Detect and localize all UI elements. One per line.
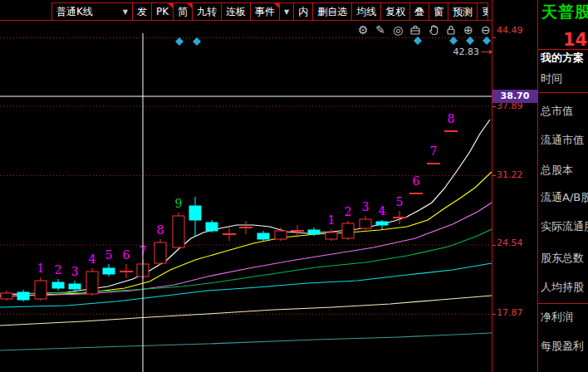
toolbar-item-3[interactable]: 简 (174, 3, 193, 20)
seq-number: 4 (89, 252, 96, 266)
toolbar-item-label: PK (156, 6, 169, 17)
panel-row-label: 人均持股 (541, 281, 584, 294)
event-diamond (466, 37, 474, 45)
candle-body (52, 282, 64, 288)
projection-number: 7 (430, 144, 438, 158)
chart-tool-icons: ⚙✎◎⊕⊖ (355, 22, 493, 37)
axis-price-label: 31.22 (497, 170, 523, 180)
toolbar-item-12[interactable]: 叠 (410, 3, 429, 20)
toolbar-item-11[interactable]: 复权 (381, 3, 410, 20)
toolbar-item-label: 事件 (255, 5, 275, 19)
corner-badge (168, 3, 173, 8)
briefcase-icon[interactable] (408, 24, 423, 36)
stock-trading-app: 12345678912345678 普通K线▼发PK简九转连板事件▼内删自选均线… (0, 0, 588, 372)
toolbar-item-label: 复权 (385, 5, 405, 19)
seq-number: 5 (105, 248, 113, 262)
toolbar-item-label: 普通K线 (56, 5, 93, 19)
seq-number: 5 (396, 195, 404, 208)
eye-icon[interactable]: ◎ (390, 23, 405, 37)
axis-tick (492, 314, 496, 315)
hand-icon[interactable] (426, 24, 441, 36)
panel-row-label: 每股盈利 (541, 340, 584, 353)
toolbar-item-label: 发 (137, 5, 147, 19)
ma-magenta (0, 203, 492, 296)
seq-number: 3 (71, 265, 79, 278)
candle-body (103, 268, 115, 274)
ma-pale (0, 296, 492, 326)
toolbar-item-label: 窗 (434, 5, 443, 19)
toolbar-item-2[interactable]: PK (152, 3, 174, 20)
candle-body (257, 233, 269, 239)
toolbar-item-14[interactable]: 预测 (448, 3, 478, 20)
zoom-in-icon[interactable]: ⊕ (461, 23, 476, 37)
chevron-down-icon: ▼ (123, 8, 128, 16)
axis-price-label: 17.87 (497, 308, 523, 318)
gear-icon[interactable]: ⚙ (355, 23, 370, 37)
projection-number: 6 (413, 174, 420, 188)
toolbar-item-label: 内 (298, 5, 308, 19)
panel-separator (538, 92, 588, 93)
toolbar-item-15[interactable]: 更多 (478, 3, 488, 20)
zoom-out-icon[interactable]: ⊖ (478, 23, 493, 37)
pen-icon[interactable]: ✎ (373, 23, 388, 37)
toolbar-item-4[interactable]: 九转 (193, 3, 222, 20)
stock-name: 天普股 (541, 2, 588, 23)
lock-icon[interactable] (443, 24, 458, 36)
axis-tick (492, 175, 496, 176)
toolbar-item-label: ▼ (284, 8, 289, 16)
toolbar-item-6[interactable]: 事件 (251, 3, 280, 20)
toolbar-item-5[interactable]: 连板 (222, 3, 251, 20)
seq-number: 3 (362, 200, 370, 213)
toolbar-item-label: 九转 (197, 5, 217, 19)
candle-body (376, 222, 388, 225)
info-panel: 天普股 14 我的方案 时间总市值流通市值总股本流通A/B股实际流通股股东总数人… (537, 0, 588, 372)
event-diamond (414, 37, 422, 45)
seq-number: 2 (55, 263, 62, 277)
candle-body (17, 292, 29, 300)
projection-number: 8 (448, 112, 455, 125)
candle-body (275, 231, 287, 239)
toolbar-item-9[interactable]: 删自选 (313, 3, 352, 20)
candle-body (326, 232, 337, 239)
panel-row-label: 净利润 (541, 311, 573, 324)
candle-body (154, 242, 166, 263)
tab-my-plan[interactable]: 我的方案 (541, 51, 584, 66)
seq-number: 9 (175, 197, 183, 210)
seq-number: 6 (123, 248, 130, 262)
axis-price-label: 44.49 (497, 26, 523, 36)
crosshair-price-label: 38.70 (492, 90, 537, 103)
toolbar-item-7[interactable]: ▼ (280, 3, 294, 20)
ma-teal (0, 333, 492, 350)
seq-number: 4 (379, 204, 386, 218)
price-axis: 44.4937.8931.2224.5417.87 (492, 0, 537, 372)
candle-body (342, 223, 354, 238)
corner-badge (274, 3, 279, 8)
panel-row-label: 股东总数 (541, 252, 584, 265)
toolbar-item-label: 删自选 (317, 5, 347, 19)
stock-price: 14 (563, 30, 587, 50)
seq-number: 1 (37, 262, 45, 275)
toolbar-item-13[interactable]: 窗 (429, 3, 448, 20)
toolbar-item-1[interactable]: 发 (133, 3, 152, 20)
toolbar-item-0[interactable]: 普通K线▼ (52, 3, 133, 20)
axis-tick (492, 37, 496, 38)
candle-body (189, 206, 201, 220)
toolbar-item-10[interactable]: 均线 (352, 3, 381, 20)
toolbar-item-label: 更多 (482, 5, 488, 19)
seq-number: 8 (157, 223, 164, 237)
axis-price-label: 24.54 (497, 238, 523, 248)
candle-body (173, 216, 184, 247)
candle-body (35, 281, 47, 299)
corner-badge (187, 3, 192, 8)
candle-body (86, 272, 98, 294)
kline-chart-canvas[interactable]: 12345678912345678 (0, 0, 492, 372)
panel-row-label: 流通市值 (541, 134, 584, 147)
panel-separator (538, 303, 588, 304)
event-diamond (449, 37, 458, 45)
toolbar: 普通K线▼发PK简九转连板事件▼内删自选均线复权叠窗预测更多→|▼ (51, 2, 488, 21)
toolbar-item-8[interactable]: 内 (294, 3, 313, 20)
toolbar-item-label: 叠 (414, 5, 424, 19)
toolbar-item-label: 预测 (453, 5, 473, 19)
toolbar-item-label: 均线 (356, 5, 376, 19)
seq-number: 1 (328, 213, 336, 227)
